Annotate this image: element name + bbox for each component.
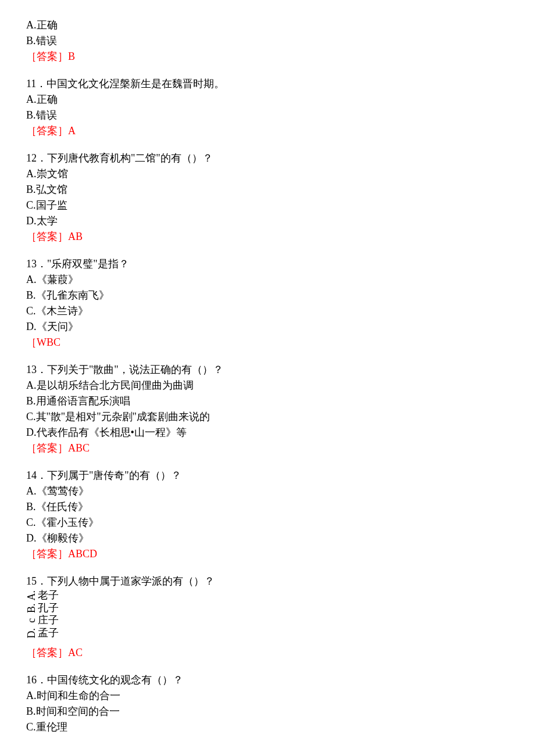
option-d: D.太学 xyxy=(26,213,509,229)
option-a: A.老子 xyxy=(26,589,509,602)
option-c: C.《霍小玉传》 xyxy=(26,515,509,531)
option-d: D.孟子 xyxy=(26,627,509,640)
option-a: A.《莺莺传》 xyxy=(26,483,509,499)
question-text: 13．下列关于"散曲"，说法正确的有（）？ xyxy=(26,362,509,378)
option-b: B.用通俗语言配乐演唱 xyxy=(26,393,509,409)
answer: ［答案］ABCD xyxy=(26,546,509,562)
question-11: 11．中国文化文化涅槃新生是在魏晋时期。 A.正确 B.错误 ［答案］A xyxy=(26,76,509,139)
question-text: 14．下列属于"唐传奇"的有（）？ xyxy=(26,468,509,483)
answer: ［答案］ABC xyxy=(26,440,509,456)
option-a: A.崇文馆 xyxy=(26,166,509,182)
question-14: 14．下列属于"唐传奇"的有（）？ A.《莺莺传》 B.《任氏传》 C.《霍小玉… xyxy=(26,468,509,562)
question-text: 12．下列唐代教育机构"二馆"的有（）？ xyxy=(26,151,509,166)
option-a: A.《蒹葭》 xyxy=(26,272,509,288)
answer: ［答案］AB xyxy=(26,229,509,245)
special-options: A.老子 B.孔子 c庄子 D.孟子 xyxy=(26,589,509,639)
option-d: D.《柳毅传》 xyxy=(26,531,509,546)
answer: ［WBC xyxy=(26,335,509,350)
option-b: B.弘文馆 xyxy=(26,182,509,198)
answer: ［答案］B xyxy=(26,49,509,65)
option-b: B.错误 xyxy=(26,33,509,49)
option-d: D.代表作品有《长相思•山一程》等 xyxy=(26,425,509,440)
option-b: B.错误 xyxy=(26,108,509,123)
question-text: 16．中国传统文化的观念有（）？ xyxy=(26,672,509,688)
option-c: C.《木兰诗》 xyxy=(26,303,509,319)
option-b: B.孔子 xyxy=(26,602,509,615)
option-c: C.其"散"是相对"元杂剧"成套剧曲来说的 xyxy=(26,409,509,425)
option-c: C.国子监 xyxy=(26,198,509,213)
option-d: D.《天问》 xyxy=(26,319,509,335)
question-text: 15．下列人物中属于道家学派的有（）？ xyxy=(26,574,509,589)
question-partial: A.正确 B.错误 ［答案］B xyxy=(26,17,509,65)
option-c: C.重伦理 xyxy=(26,719,509,735)
question-16: 16．中国传统文化的观念有（）？ A.时间和生命的合一 B.时间和空间的合一 C… xyxy=(26,672,509,735)
option-b: B.《任氏传》 xyxy=(26,499,509,515)
option-a: A.是以胡乐结合北方民间俚曲为曲调 xyxy=(26,378,509,393)
option-b: B.时间和空间的合一 xyxy=(26,704,509,719)
option-a: A.时间和生命的合一 xyxy=(26,688,509,704)
option-b: B.《孔雀东南飞》 xyxy=(26,288,509,303)
question-15: 15．下列人物中属于道家学派的有（）？ A.老子 B.孔子 c庄子 D.孟子 ［… xyxy=(26,574,509,661)
answer: ［答案］A xyxy=(26,123,509,139)
option-c: c庄子 xyxy=(26,614,509,627)
option-a: A.正确 xyxy=(26,17,509,33)
question-text: 11．中国文化文化涅槃新生是在魏晋时期。 xyxy=(26,76,509,92)
question-12: 12．下列唐代教育机构"二馆"的有（）？ A.崇文馆 B.弘文馆 C.国子监 D… xyxy=(26,151,509,245)
question-13a: 13．"乐府双璧"是指？ A.《蒹葭》 B.《孔雀东南飞》 C.《木兰诗》 D.… xyxy=(26,256,509,350)
answer: ［答案］AC xyxy=(26,645,509,661)
option-a: A.正确 xyxy=(26,92,509,108)
question-text: 13．"乐府双璧"是指？ xyxy=(26,256,509,272)
question-13b: 13．下列关于"散曲"，说法正确的有（）？ A.是以胡乐结合北方民间俚曲为曲调 … xyxy=(26,362,509,456)
